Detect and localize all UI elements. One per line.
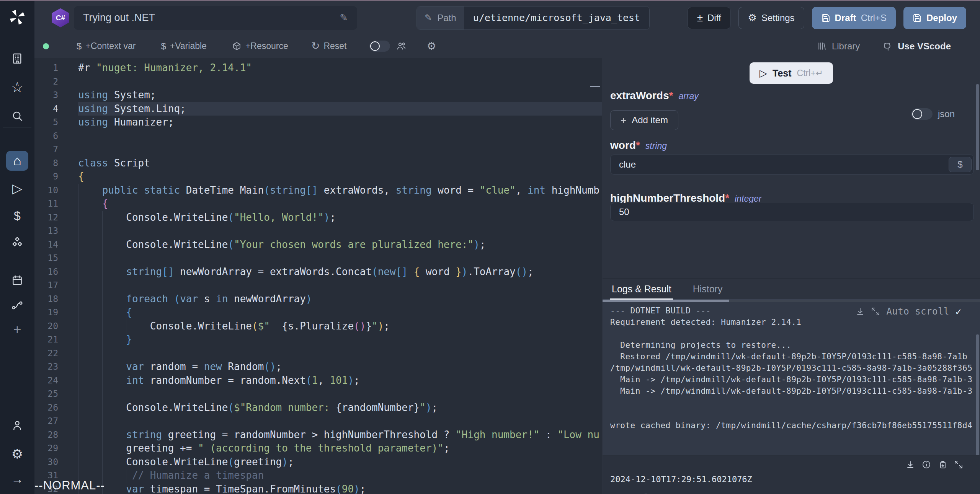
code-line: 4using System.Linq; [34, 102, 602, 116]
code-line: 31 // Humanize a timespan [34, 469, 602, 483]
sidebar-item-home[interactable]: ⌂ [6, 151, 28, 171]
edit-path-pencil-icon[interactable]: ✎ [425, 13, 432, 23]
resource-label: +Resource [245, 41, 288, 51]
windmill-logo-icon[interactable] [8, 8, 26, 26]
required-mark: * [725, 192, 729, 204]
log-line: Restored /tmp/windmill/wk-default-89p2b-… [610, 351, 980, 362]
favorites-star-icon[interactable]: ☆ [11, 80, 24, 95]
json-toggle[interactable] [911, 108, 933, 120]
download-logs-icon[interactable] [856, 307, 865, 316]
line-number: 8 [34, 157, 58, 170]
variables-dollar-icon[interactable]: $ [14, 210, 21, 222]
variable-picker-button[interactable]: $ [949, 157, 972, 172]
schedules-calendar-icon[interactable] [11, 274, 23, 287]
use-vscode-button[interactable]: Use VScode [882, 41, 951, 52]
reset-icon: ↻ [311, 41, 320, 51]
search-icon[interactable] [11, 110, 23, 122]
script-title-box[interactable]: Trying out .NET ✎ [74, 6, 357, 30]
add-resource-button[interactable]: +Resource [232, 41, 288, 51]
line-number: 19 [34, 306, 58, 320]
code-line: 27 [34, 414, 602, 428]
script-title: Trying out .NET [83, 12, 340, 24]
resources-boxes-icon[interactable] [11, 236, 23, 248]
word-input-value: clue [619, 159, 636, 170]
add-plus-icon[interactable]: + [13, 323, 21, 337]
flows-route-icon[interactable] [11, 299, 23, 311]
diff-mode-toggle[interactable] [369, 41, 390, 52]
path-label: Path [437, 13, 456, 23]
bottom-tabs: Logs & Result History [603, 278, 980, 300]
reset-button[interactable]: ↻ Reset [311, 41, 347, 51]
draft-label: Draft [835, 13, 856, 23]
path-box[interactable]: ✎ Path u/etienne/microsoft_java_test [416, 6, 650, 30]
editor-settings-gear-icon[interactable]: ⚙ [426, 40, 436, 52]
edit-title-pencil-icon[interactable]: ✎ [340, 12, 348, 24]
save-icon [821, 13, 830, 23]
play-icon: ▷ [760, 67, 767, 79]
tab-history[interactable]: History [691, 279, 724, 299]
code-text: var timespan = TimeSpan.FromMinutes(90); [78, 483, 602, 494]
code-text: } [78, 333, 602, 347]
path-value: u/etienne/microsoft_java_test [464, 7, 650, 29]
code-line: 32 var timespan = TimeSpan.FromMinutes(9… [34, 483, 602, 494]
run-panel: ▷ Test Ctrl+↵ extraWords* array + Add it… [603, 58, 980, 494]
line-number: 24 [34, 374, 58, 388]
add-item-button[interactable]: + Add item [610, 110, 678, 130]
expand-result-icon[interactable] [954, 460, 963, 469]
log-line: Requirement detected: Humanizer 2.14.1 [610, 316, 980, 328]
line-number: 27 [34, 414, 58, 428]
draft-button[interactable]: Draft Ctrl+S [812, 7, 896, 29]
library-button[interactable]: Library [817, 41, 860, 52]
code-text: { [78, 306, 602, 320]
word-input[interactable]: clue $ [610, 155, 974, 174]
code-line: 24 int randomNumber = random.Next(1, 101… [34, 374, 602, 388]
deploy-button[interactable]: Deploy [903, 7, 966, 29]
log-line: Main -> /tmp/windmill/wk-default-89p2b-I… [610, 374, 980, 385]
threshold-input[interactable]: 50 [610, 203, 974, 221]
code-text: using Humanizer; [78, 116, 602, 129]
code-line: 22 [34, 347, 602, 360]
line-number: 2 [34, 75, 58, 89]
expand-arrow-icon[interactable]: → [11, 473, 23, 485]
multiplayer-users-icon[interactable] [396, 41, 407, 51]
code-text: // Humanize a timespan [78, 469, 602, 483]
settings-gear-icon[interactable]: ⚙ [11, 447, 23, 460]
settings-button[interactable]: ⚙ Settings [738, 7, 804, 29]
add-context-var-button[interactable]: $ +Context var [77, 41, 136, 51]
log-vertical-scrollbar[interactable] [976, 334, 979, 463]
workspace-building-icon[interactable] [11, 52, 23, 65]
arg-name: highNumberThreshold [610, 192, 725, 204]
code-line: 12 Console.WriteLine("Hello, World!"); [34, 211, 602, 225]
code-text: Console.WriteLine("Hello, World!"); [78, 211, 602, 225]
code-editor[interactable]: 1#r "nuget: Humanizer, 2.14.1"23using Sy… [34, 58, 602, 494]
line-number: 4 [34, 102, 58, 116]
check-icon[interactable]: ✓ [956, 306, 962, 317]
test-button[interactable]: ▷ Test Ctrl+↵ [750, 62, 833, 84]
runs-play-icon[interactable]: ▷ [12, 182, 22, 195]
home-icon: ⌂ [13, 154, 21, 168]
expand-logs-icon[interactable] [871, 307, 880, 316]
tab-logs-result[interactable]: Logs & Result [610, 279, 673, 299]
arg-type: integer [735, 194, 761, 204]
add-variable-button[interactable]: $ +Variable [161, 41, 206, 51]
library-icon [817, 41, 826, 51]
code-line: 18 foreach (var s in newWordArray) [34, 292, 602, 306]
copy-result-clipboard-icon[interactable] [938, 460, 947, 469]
line-number: 13 [34, 224, 58, 238]
line-number: 29 [34, 442, 58, 455]
copy-button[interactable]: Copy [618, 492, 650, 494]
form-scrollbar[interactable] [976, 84, 979, 170]
arg-name: extraWords [610, 90, 669, 101]
diff-button[interactable]: ± Diff [688, 7, 731, 29]
info-icon[interactable] [922, 460, 931, 469]
line-number: 15 [34, 251, 58, 265]
toggle-knob [912, 109, 922, 119]
download-result-icon[interactable] [906, 460, 915, 469]
code-line: 15 [34, 251, 602, 265]
code-line: 26 Console.WriteLine($"Random number: {r… [34, 401, 602, 415]
code-text: #r "nuget: Humanizer, 2.14.1" [78, 61, 602, 75]
save-icon [913, 13, 922, 23]
copy-label: Copy [618, 492, 637, 494]
line-number: 18 [34, 292, 58, 306]
account-user-icon[interactable] [11, 419, 23, 432]
